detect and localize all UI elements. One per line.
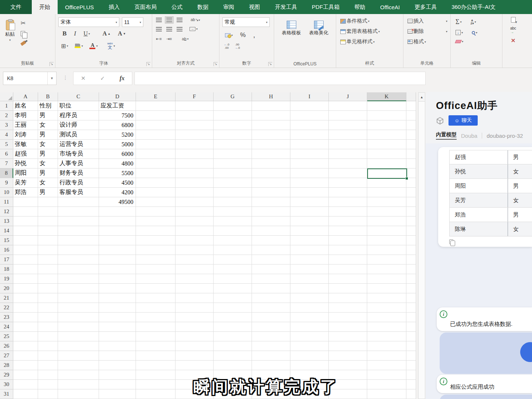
cell-I3[interactable]: [290, 120, 329, 130]
cell-H12[interactable]: [252, 207, 290, 216]
cell-partial[interactable]: [406, 101, 416, 111]
column-header-B[interactable]: B: [38, 92, 58, 101]
cell-F14[interactable]: [175, 226, 214, 236]
cell-B25[interactable]: [38, 332, 58, 341]
cell-G8[interactable]: [214, 168, 252, 178]
cell-D5[interactable]: 5000: [99, 140, 136, 149]
cell-C18[interactable]: [58, 265, 99, 274]
cell-I9[interactable]: [290, 178, 329, 188]
cell-A26[interactable]: [13, 341, 38, 351]
cell-B4[interactable]: 男: [38, 130, 58, 140]
row-header-20[interactable]: 20: [0, 284, 13, 293]
row-header-26[interactable]: 26: [0, 341, 13, 351]
cell-B16[interactable]: [38, 245, 58, 255]
cell-C2[interactable]: 程序员: [58, 111, 99, 120]
cell-K10[interactable]: [367, 188, 406, 197]
cell-J3[interactable]: [329, 120, 367, 130]
cell-I12[interactable]: [290, 207, 329, 216]
cell-D6[interactable]: 6000: [99, 149, 136, 159]
cell-D27[interactable]: [99, 351, 136, 361]
cell-partial[interactable]: [406, 188, 416, 197]
row-header-3[interactable]: 3: [0, 120, 13, 130]
tab-审阅[interactable]: 审阅: [216, 0, 242, 14]
cell-J2[interactable]: [329, 111, 367, 120]
cell-partial[interactable]: [406, 159, 416, 168]
cell-A12[interactable]: [13, 207, 38, 216]
cell-C5[interactable]: 运营专员: [58, 140, 99, 149]
row-header-16[interactable]: 16: [0, 245, 13, 255]
cell-F10[interactable]: [175, 188, 214, 197]
cell-K26[interactable]: [367, 341, 406, 351]
cell-G26[interactable]: [214, 341, 252, 351]
cell-D26[interactable]: [99, 341, 136, 351]
cell-D18[interactable]: [99, 265, 136, 274]
cell-partial[interactable]: [406, 197, 416, 207]
cell-H9[interactable]: [252, 178, 290, 188]
cell-I2[interactable]: [290, 111, 329, 120]
cell-C27[interactable]: [58, 351, 99, 361]
cell-F7[interactable]: [175, 159, 214, 168]
cell-J15[interactable]: [329, 236, 367, 245]
cell-E9[interactable]: [136, 178, 175, 188]
cell-partial[interactable]: [406, 130, 416, 140]
cell-B7[interactable]: 女: [38, 159, 58, 168]
cell-J18[interactable]: [329, 265, 367, 274]
font-size-combo[interactable]: 11▾: [122, 17, 143, 27]
conditional-format-button[interactable]: 条件格式▾: [339, 17, 371, 25]
cell-J11[interactable]: [329, 197, 367, 207]
cell-C6[interactable]: 市场专员: [58, 149, 99, 159]
tab-视图[interactable]: 视图: [242, 0, 267, 14]
cell-G20[interactable]: [214, 284, 252, 293]
cell-A21[interactable]: [13, 293, 38, 303]
cell-G10[interactable]: [214, 188, 252, 197]
cell-partial[interactable]: [406, 313, 416, 322]
cell-K24[interactable]: [367, 322, 406, 332]
cell-E17[interactable]: [136, 255, 175, 265]
name-box[interactable]: K8 ▼: [3, 72, 57, 85]
cell-E23[interactable]: [136, 313, 175, 322]
row-header-1[interactable]: 1: [0, 101, 13, 111]
cell-E8[interactable]: [136, 168, 175, 178]
confirm-entry-icon[interactable]: ✓: [100, 75, 105, 82]
cell-B20[interactable]: [38, 284, 58, 293]
cell-F3[interactable]: [175, 120, 214, 130]
cell-F26[interactable]: [175, 341, 214, 351]
align-top-button[interactable]: [156, 18, 162, 22]
cell-A24[interactable]: [13, 322, 38, 332]
cell-A15[interactable]: [13, 236, 38, 245]
cell-I8[interactable]: [290, 168, 329, 178]
row-header-28[interactable]: 28: [0, 361, 13, 370]
cell-partial[interactable]: [406, 226, 416, 236]
row-header-5[interactable]: 5: [0, 140, 13, 149]
cell-B13[interactable]: [38, 216, 58, 226]
cell-B5[interactable]: 女: [38, 140, 58, 149]
fill-button[interactable]: ↓▾: [454, 29, 464, 36]
cell-E10[interactable]: [136, 188, 175, 197]
cell-H15[interactable]: [252, 236, 290, 245]
cell-K8[interactable]: [367, 168, 406, 178]
cell-K25[interactable]: [367, 332, 406, 341]
cell-A5[interactable]: 张敏: [13, 140, 38, 149]
fill-handle[interactable]: [405, 177, 408, 180]
cell-G21[interactable]: [214, 293, 252, 303]
cell-D12[interactable]: [99, 207, 136, 216]
cell-D10[interactable]: 4200: [99, 188, 136, 197]
cell-C23[interactable]: [58, 313, 99, 322]
cell-K27[interactable]: [367, 351, 406, 361]
cell-partial[interactable]: [406, 322, 416, 332]
cell-B21[interactable]: [38, 293, 58, 303]
underline-button[interactable]: U▾: [82, 30, 91, 38]
row-header-9[interactable]: 9: [0, 178, 13, 188]
accounting-format-button[interactable]: ▾: [224, 33, 234, 38]
cell-C11[interactable]: [58, 197, 99, 207]
borders-button[interactable]: ⊞▾: [60, 42, 69, 50]
cell-I4[interactable]: [290, 130, 329, 140]
format-painter-button[interactable]: [20, 40, 28, 44]
cell-H6[interactable]: [252, 149, 290, 159]
cell-K20[interactable]: [367, 284, 406, 293]
cell-H23[interactable]: [252, 313, 290, 322]
cell-J7[interactable]: [329, 159, 367, 168]
cell-partial[interactable]: [406, 236, 416, 245]
cell-E13[interactable]: [136, 216, 175, 226]
cell-A23[interactable]: [13, 313, 38, 322]
